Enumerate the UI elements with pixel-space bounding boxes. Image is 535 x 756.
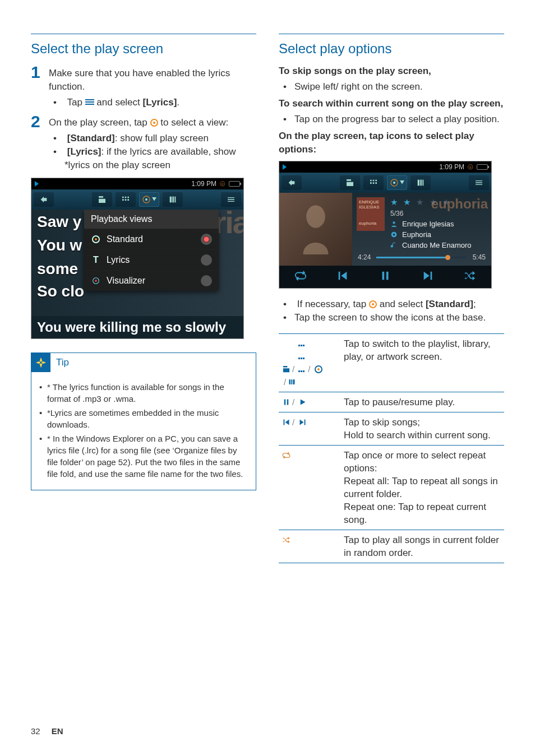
toolbar-playview-button[interactable]	[139, 192, 159, 207]
battery-icon	[477, 164, 488, 170]
svg-point-13	[393, 221, 395, 224]
heading-select-play-screen: Select the play screen	[31, 41, 256, 57]
svg-point-12	[306, 205, 325, 228]
progress-bar[interactable]: 4:24 5:45	[358, 253, 486, 261]
tip-icon	[31, 353, 50, 372]
search-instruction: Tap on the progress bar to select a play…	[294, 113, 504, 126]
play-view-icon	[315, 365, 322, 373]
tip-box: Tip * The lyrics function is available f…	[31, 353, 256, 490]
subhead-skip: To skip songs on the play screen,	[279, 64, 504, 78]
toolbar-menu-button[interactable]	[469, 175, 489, 190]
step2-opt-standard: [Standard]: show full play screen	[64, 132, 256, 145]
icon-desc: Tap to skip songs; Hold to search within…	[340, 412, 504, 446]
icon-desc: Tap to switch to the playlist, library, …	[340, 334, 504, 392]
icon-desc: Tap to pause/resume play.	[340, 392, 504, 412]
shuffle-button[interactable]	[464, 270, 476, 285]
album-art-small: ENRIQUE IGLESIAS euphoria	[357, 197, 385, 231]
svg-rect-11	[422, 180, 423, 186]
pause-button[interactable]	[379, 270, 391, 285]
popup-header: Playback views	[84, 210, 219, 229]
step-number-2: 2	[31, 114, 43, 172]
svg-rect-3	[172, 197, 174, 203]
icon-cell-repeat	[279, 446, 340, 530]
icon-cell-shuffle	[279, 530, 340, 563]
lyric-line: So clo	[37, 282, 84, 300]
step1-text: Make sure that you have enabled the lyri…	[49, 68, 230, 92]
icon-cell-skip: /	[279, 412, 340, 446]
svg-point-1	[145, 198, 147, 201]
svg-rect-17	[291, 379, 292, 384]
toolbar-menu-button[interactable]	[221, 192, 241, 207]
library-grid-icon	[298, 337, 306, 344]
toolbar-library-button[interactable]	[116, 192, 136, 207]
post-note-tap: Tap the screen to show the icons at the …	[294, 311, 504, 324]
svg-rect-10	[420, 180, 422, 186]
battery-icon	[229, 181, 240, 187]
subhead-icons: On the play screen, tap icons to select …	[279, 129, 504, 156]
svg-point-8	[393, 182, 395, 184]
icon-cell-screens: / / /	[279, 334, 340, 392]
bg-brand-text: euphoria	[431, 196, 488, 212]
playback-views-popup: Playback views Standard T Lyrics Visuali…	[84, 210, 219, 291]
svg-point-6	[95, 280, 97, 282]
icon-reference-table: / / / Tap to switch to the playlist, lib…	[279, 333, 504, 563]
toolbar-back-button[interactable]	[34, 192, 54, 207]
toolbar-playlist-button[interactable]	[340, 175, 360, 190]
toolbar-playlist-button[interactable]	[92, 192, 112, 207]
page-footer: 32 EN	[31, 726, 63, 736]
repeat-button[interactable]	[294, 270, 307, 285]
play-view-icon	[369, 300, 377, 308]
prev-button[interactable]	[336, 270, 349, 285]
tip-item: *Lyrics are sometimes embedded in the mu…	[47, 407, 247, 430]
icon-desc: Tap once or more to select repeat option…	[340, 446, 504, 530]
svg-rect-16	[289, 379, 291, 384]
play-indicator-icon	[283, 164, 287, 170]
step2-text: On the play screen, tap to select a view…	[49, 117, 228, 128]
hamburger-icon	[85, 99, 94, 106]
wifi-icon: ⦾	[220, 180, 225, 188]
step1-bullet: Tap and select [Lyrics].	[64, 96, 256, 109]
wifi-icon: ⦾	[468, 163, 473, 171]
tip-item: * In the Windows Explorer on a PC, you c…	[47, 433, 247, 480]
status-time: 1:09 PM	[439, 163, 464, 171]
popup-row-visualizer[interactable]: Visualizer	[84, 270, 219, 291]
popup-row-lyrics[interactable]: T Lyrics	[84, 249, 219, 270]
skip-instruction: Swipe left/ right on the screen.	[294, 80, 504, 94]
post-note-standard: If necessary, tap and select [Standard];	[294, 298, 504, 311]
next-button[interactable]	[422, 270, 434, 285]
step2-opt-lyrics: [Lyrics]: if the lyrics are available, s…	[64, 145, 256, 172]
time-current: 4:24	[358, 253, 371, 261]
lyric-line: some	[37, 260, 78, 278]
page-language: EN	[52, 726, 63, 736]
heading-select-play-options: Select play options	[279, 41, 504, 57]
play-indicator-icon	[35, 181, 39, 187]
toolbar-artwork-button[interactable]	[163, 192, 183, 207]
svg-rect-2	[170, 197, 172, 203]
info-song: Cuando Me Enamoro	[390, 241, 486, 249]
popup-row-standard[interactable]: Standard	[84, 229, 219, 249]
svg-rect-18	[293, 379, 295, 384]
screenshot-playback-views: 1:09 PM ⦾ noria Saw y You w some	[31, 178, 244, 339]
svg-rect-9	[418, 180, 419, 186]
icon-desc: Tap to play all songs in current folder …	[340, 530, 504, 563]
page-number: 32	[31, 726, 40, 736]
info-artist: Enrique Iglesias	[390, 220, 486, 228]
toolbar-back-button[interactable]	[282, 175, 302, 190]
toolbar-library-button[interactable]	[363, 175, 384, 190]
toolbar-playview-button[interactable]	[387, 175, 407, 190]
album-art-large	[279, 193, 352, 266]
step-number-1: 1	[31, 64, 43, 109]
time-total: 5:45	[473, 253, 486, 261]
status-time: 1:09 PM	[191, 180, 216, 188]
toolbar-artwork-button[interactable]	[411, 175, 431, 190]
subhead-search: To search within current song on the pla…	[279, 97, 504, 110]
current-lyric-line: You were killing me so slowly	[31, 316, 243, 338]
tip-item: * The lyrics function is available for s…	[47, 381, 247, 405]
svg-point-15	[393, 234, 395, 235]
lyric-line: Saw y	[37, 213, 81, 231]
screenshot-play-screen: 1:09 PM ⦾	[279, 161, 492, 289]
icon-cell-pause-play: /	[279, 392, 340, 412]
tip-label: Tip	[56, 357, 69, 368]
info-album: Euphoria	[390, 230, 486, 239]
play-view-icon	[150, 119, 158, 127]
